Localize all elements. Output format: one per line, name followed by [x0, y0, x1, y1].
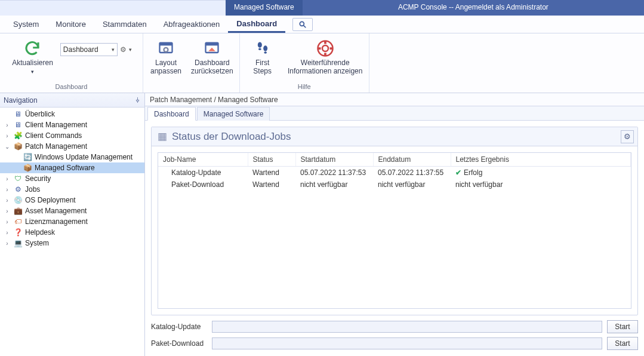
first-steps-button[interactable]: FirstSteps — [245, 36, 281, 78]
jobs-table: Job-Name Status Startdatum Enddatum Letz… — [158, 153, 631, 191]
nav-item-jobs[interactable]: ›⚙Jobs — [0, 184, 144, 195]
svg-rect-6 — [206, 43, 218, 46]
help-icon: ❓ — [13, 228, 23, 237]
expander-icon[interactable]: › — [4, 197, 11, 204]
menu-monitore[interactable]: Monitore — [47, 17, 94, 32]
expander-icon[interactable]: › — [4, 240, 11, 247]
cell-result: ✔Erfolg — [451, 167, 631, 179]
nav-item-windows-update-management[interactable]: 🔄Windows Update Management — [0, 152, 144, 162]
first-steps-label-2: Steps — [253, 67, 272, 75]
expander-icon[interactable]: ⌄ — [4, 143, 11, 150]
breadcrumb: Patch Management / Managed Software — [145, 93, 644, 106]
navigation-panel: Navigation 🖥Überblick›🖥Client Management… — [0, 93, 145, 356]
context-tab-managed-software[interactable]: Managed Software — [226, 0, 303, 16]
ribbon-group-label-dashboard: Dashboard — [56, 83, 88, 91]
navigation-header: Navigation — [0, 93, 144, 108]
layout-icon — [158, 38, 174, 59]
nav-item-lizenzmanagement[interactable]: ›🏷Lizenzmanagement — [0, 216, 144, 227]
menu-abfrageaktionen[interactable]: Abfrageaktionen — [155, 17, 229, 32]
sys-icon: 💻 — [13, 239, 23, 247]
download-row-katalog-update: Katalog-UpdateStart — [151, 320, 638, 333]
tab-managed-software[interactable]: Managed Software — [197, 107, 270, 121]
title-bar: Managed Software ACMP Console -- Angemel… — [0, 0, 644, 16]
col-status[interactable]: Status — [248, 153, 295, 167]
progress-bar — [212, 337, 602, 349]
menu-stammdaten[interactable]: Stammdaten — [94, 17, 155, 32]
start-button[interactable]: Start — [607, 337, 638, 350]
nav-item-asset-management[interactable]: ›💼Asset Management — [0, 205, 144, 216]
nav-item-label: OS Deployment — [25, 196, 76, 204]
col-startdatum[interactable]: Startdatum — [295, 153, 373, 167]
dashboard-reset-button[interactable]: Dashboardzurücksetzen — [190, 36, 235, 78]
footsteps-icon — [254, 38, 271, 59]
expander-icon[interactable]: › — [4, 219, 11, 225]
dashboard-select[interactable]: Dashboard ▾ — [60, 43, 118, 56]
expander-icon[interactable]: › — [4, 122, 11, 128]
cell-job-name: Paket-Download — [158, 179, 248, 191]
gear-icon[interactable]: ⚙ — [120, 45, 127, 54]
nav-item-helpdesk[interactable]: ›❓Helpdesk — [0, 227, 144, 238]
col-enddatum[interactable]: Enddatum — [373, 153, 451, 167]
cell-result: nicht verfügbar — [451, 179, 631, 191]
cell-status: Wartend — [248, 179, 295, 191]
nav-item-client-commands[interactable]: ›🧩Client Commands — [0, 130, 144, 141]
check-icon: ✔ — [455, 168, 461, 177]
menu-dashboard[interactable]: Dashboard — [228, 16, 285, 33]
nav-item-label: Lizenzmanagement — [25, 217, 88, 226]
menu-system[interactable]: System — [5, 17, 47, 32]
nav-item-managed-software[interactable]: 📦Managed Software — [0, 162, 144, 173]
dashboard-select-value: Dashboard — [63, 45, 98, 54]
nav-item-label: Patch Management — [25, 142, 87, 151]
nav-item-label: Security — [25, 174, 51, 183]
table-row[interactable]: Katalog-UpdateWartend05.07.2022 11:37:53… — [158, 167, 631, 179]
ribbon-group-label-hilfe: Hilfe — [298, 83, 311, 91]
license-icon: 🏷 — [13, 217, 23, 226]
more-info-button[interactable]: WeiterführendeInformationen anzeigen — [286, 36, 364, 78]
svg-point-7 — [258, 42, 262, 48]
layout-adjust-button[interactable]: Layoutanpassen — [148, 36, 184, 78]
svg-point-8 — [258, 48, 261, 50]
expander-icon[interactable]: › — [4, 186, 11, 193]
nav-item-system[interactable]: ›💻System — [0, 238, 144, 248]
pkg-icon: 📦 — [23, 164, 32, 172]
cell-status: Wartend — [248, 167, 295, 179]
menu-bar: System Monitore Stammdaten Abfrageaktion… — [0, 16, 644, 33]
nav-item-label: Managed Software — [35, 164, 95, 172]
layout-label-1: Layout — [155, 59, 177, 67]
svg-line-1 — [304, 25, 306, 27]
gear-icon: ⚙ — [624, 132, 631, 141]
reset-label-2: zurücksetzen — [191, 67, 233, 75]
card-settings-button[interactable]: ⚙ — [621, 130, 634, 143]
content-area: Patch Management / Managed Software Dash… — [145, 93, 644, 356]
lifebuoy-icon — [316, 38, 334, 59]
expander-icon[interactable]: › — [4, 133, 11, 139]
pin-icon[interactable] — [134, 97, 141, 103]
nav-item-client-management[interactable]: ›🖥Client Management — [0, 119, 144, 130]
shield-icon: 🛡 — [13, 174, 23, 183]
refresh-button[interactable]: Aktualisieren▾ — [11, 36, 54, 78]
navigation-tree[interactable]: 🖥Überblick›🖥Client Management›🧩Client Co… — [0, 108, 144, 356]
nav-item-security[interactable]: ›🛡Security — [0, 173, 144, 184]
chevron-down-icon: ▾ — [129, 47, 132, 53]
ribbon: Aktualisieren▾ Dashboard ▾ ⚙ ▾ Dashboard — [0, 33, 644, 93]
col-job-name[interactable]: Job-Name — [158, 153, 248, 167]
start-button[interactable]: Start — [607, 320, 638, 333]
expander-icon[interactable]: › — [4, 176, 11, 182]
card-title: Status der Download-Jobs — [172, 131, 291, 143]
nav-item-überblick[interactable]: 🖥Überblick — [0, 109, 144, 119]
nav-item-os-deployment[interactable]: ›💿OS Deployment — [0, 195, 144, 205]
svg-rect-3 — [160, 43, 172, 46]
search-button[interactable] — [292, 18, 313, 31]
gear-icon: ⚙ — [13, 185, 23, 194]
nav-item-label: System — [25, 239, 49, 247]
jobs-table-wrapper: Job-Name Status Startdatum Enddatum Letz… — [158, 152, 631, 309]
expander-icon[interactable]: › — [4, 208, 11, 214]
table-header-row: Job-Name Status Startdatum Enddatum Letz… — [158, 153, 631, 167]
nav-item-label: Client Management — [25, 121, 87, 129]
table-row[interactable]: Paket-DownloadWartendnicht verfügbarnich… — [158, 179, 631, 191]
tab-dashboard[interactable]: Dashboard — [147, 107, 196, 121]
col-ergebnis[interactable]: Letztes Ergebnis — [451, 153, 631, 167]
title-bar-spacer — [0, 0, 226, 16]
nav-item-patch-management[interactable]: ⌄📦Patch Management — [0, 141, 144, 152]
expander-icon[interactable]: › — [4, 229, 11, 236]
